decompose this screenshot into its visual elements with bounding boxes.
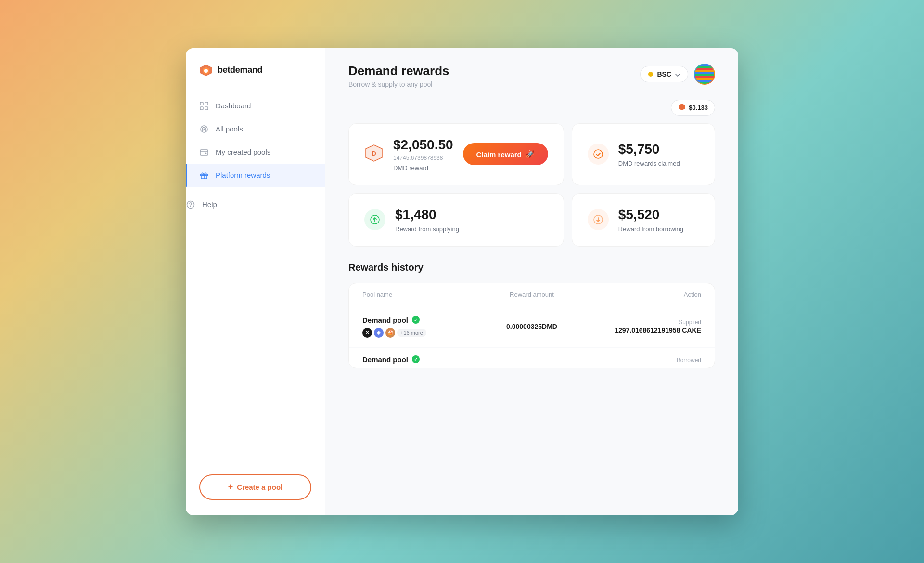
content-area: $0.133 D $2,050.50 14745	[325, 100, 738, 384]
svg-marker-16	[679, 104, 685, 110]
sidebar-item-help[interactable]: Help	[186, 195, 325, 214]
svg-rect-10	[200, 150, 208, 155]
dmd-logo-small	[678, 103, 686, 112]
main-content: Demand rewards Borrow & supply to any po…	[325, 48, 738, 515]
borrow-icon	[588, 209, 609, 230]
claim-reward-button[interactable]: Claim reward 🚀	[463, 143, 548, 165]
balance-value: $0.133	[689, 104, 708, 111]
action-cell-2: Borrowed	[588, 355, 701, 364]
wallet-icon	[199, 147, 209, 157]
sidebar-item-dashboard-label: Dashboard	[216, 102, 251, 110]
bsc-dot-icon	[648, 72, 653, 77]
token-icons-1: ✕ ◈ 🍰 +16 more	[362, 328, 475, 338]
balance-bar: $0.133	[348, 100, 715, 116]
borrow-reward-info: $5,520 Reward from borrowing	[618, 207, 699, 233]
action-type-1: Supplied	[679, 319, 701, 326]
svg-point-9	[204, 128, 205, 130]
balance-badge: $0.133	[671, 100, 715, 116]
more-tokens-badge: +16 more	[397, 329, 426, 337]
pool-name-cell-1: Demand pool ✓ ✕ ◈ 🍰 +16 more	[362, 316, 475, 338]
col-action: Action	[588, 291, 701, 298]
gift-icon	[199, 170, 209, 180]
page-title: Demand rewards	[348, 64, 449, 79]
logo-icon	[199, 64, 213, 77]
sidebar-item-platform-rewards[interactable]: Platform rewards	[186, 164, 325, 187]
avatar[interactable]	[694, 64, 715, 85]
logo-text: betdemand	[218, 65, 262, 75]
col-reward-amount: Reward amount	[475, 291, 589, 298]
supply-reward-info: $1,480 Reward from supplying	[395, 207, 548, 233]
verified-icon-2: ✓	[412, 355, 420, 363]
svg-text:D: D	[372, 150, 376, 157]
dmd-claimed-amount: $5,750	[618, 142, 699, 157]
supply-reward-amount: $1,480	[395, 207, 548, 223]
supply-reward-label: Reward from supplying	[395, 225, 548, 233]
rewards-history-section: Rewards history Pool name Reward amount …	[348, 262, 715, 368]
svg-point-20	[594, 150, 603, 158]
rewards-history-title: Rewards history	[348, 262, 715, 273]
network-label: BSC	[657, 70, 671, 78]
action-type-2: Borrowed	[677, 357, 701, 364]
svg-point-2	[204, 69, 208, 73]
sidebar-item-platform-rewards-label: Platform rewards	[216, 171, 270, 179]
sidebar: betdemand Dashboard	[186, 48, 325, 515]
header-title-area: Demand rewards Borrow & supply to any po…	[348, 64, 449, 88]
pool-name-cell-2: Demand pool ✓	[362, 355, 475, 364]
dmd-claimed-info: $5,750 DMD rewards claimed	[618, 142, 699, 167]
app-window: betdemand Dashboard	[186, 48, 738, 515]
svg-point-15	[190, 206, 191, 207]
dmd-reward-sub: 14745.6739878938	[393, 155, 453, 161]
svg-point-11	[205, 152, 207, 154]
svg-rect-4	[205, 102, 208, 105]
table-header: Pool name Reward amount Action	[349, 283, 715, 306]
action-cell-1: Supplied 1297.0168612191958 CAKE	[588, 319, 701, 334]
pool-name-row-1: Demand pool ✓	[362, 316, 475, 324]
claimed-icon	[588, 144, 609, 165]
token-cake-icon: 🍰	[385, 328, 395, 338]
history-table: Pool name Reward amount Action Demand po…	[348, 283, 715, 368]
chevron-down-icon	[675, 70, 680, 78]
sidebar-item-my-created-pools-label: My created pools	[216, 148, 270, 156]
stats-grid: D $2,050.50 14745.6739878938 DMD reward …	[348, 123, 715, 247]
action-value-1: 1297.0168612191958 CAKE	[615, 327, 701, 334]
borrow-reward-card: $5,520 Reward from borrowing	[572, 193, 715, 247]
header-actions: BSC	[640, 64, 715, 85]
nav-items: Dashboard All pools	[186, 91, 325, 469]
plus-icon: +	[228, 482, 233, 492]
reward-amount-1: 0.00000325DMD	[475, 323, 589, 330]
dmd-reward-card: D $2,050.50 14745.6739878938 DMD reward …	[348, 123, 564, 185]
pool-name-2: Demand pool	[362, 355, 408, 364]
borrow-reward-amount: $5,520	[618, 207, 699, 223]
token-e-icon: ◈	[374, 328, 384, 338]
claim-reward-label: Claim reward	[476, 150, 522, 158]
supply-icon	[364, 209, 385, 230]
table-row-partial: Demand pool ✓ Borrowed	[349, 348, 715, 368]
dmd-icon: D	[364, 144, 384, 165]
network-selector[interactable]: BSC	[640, 66, 688, 82]
sidebar-item-all-pools-label: All pools	[216, 125, 243, 133]
svg-rect-6	[205, 107, 208, 110]
help-icon	[186, 200, 195, 209]
table-row: Demand pool ✓ ✕ ◈ 🍰 +16 more 0.00000325D…	[349, 306, 715, 348]
pool-name-1: Demand pool	[362, 316, 408, 324]
avatar-inner	[695, 65, 714, 84]
dmd-claimed-card: $5,750 DMD rewards claimed	[572, 123, 715, 185]
svg-rect-3	[200, 102, 203, 105]
sidebar-item-all-pools[interactable]: All pools	[186, 118, 325, 141]
col-pool-name: Pool name	[362, 291, 475, 298]
grid-icon	[199, 101, 209, 111]
token-x-icon: ✕	[362, 328, 372, 338]
create-pool-button[interactable]: + Create a pool	[199, 474, 311, 500]
create-pool-label: Create a pool	[237, 483, 282, 491]
dmd-reward-label: DMD reward	[393, 164, 453, 171]
sidebar-item-help-label: Help	[202, 200, 217, 209]
page-subtitle: Borrow & supply to any pool	[348, 80, 449, 88]
supply-reward-card: $1,480 Reward from supplying	[348, 193, 564, 247]
svg-rect-5	[200, 107, 203, 110]
dmd-claimed-label: DMD rewards claimed	[618, 160, 699, 167]
sidebar-item-dashboard[interactable]: Dashboard	[186, 94, 325, 118]
borrow-reward-label: Reward from borrowing	[618, 225, 699, 233]
sidebar-item-my-created-pools[interactable]: My created pools	[186, 141, 325, 164]
nav-divider	[199, 191, 311, 191]
rocket-icon: 🚀	[526, 150, 535, 158]
